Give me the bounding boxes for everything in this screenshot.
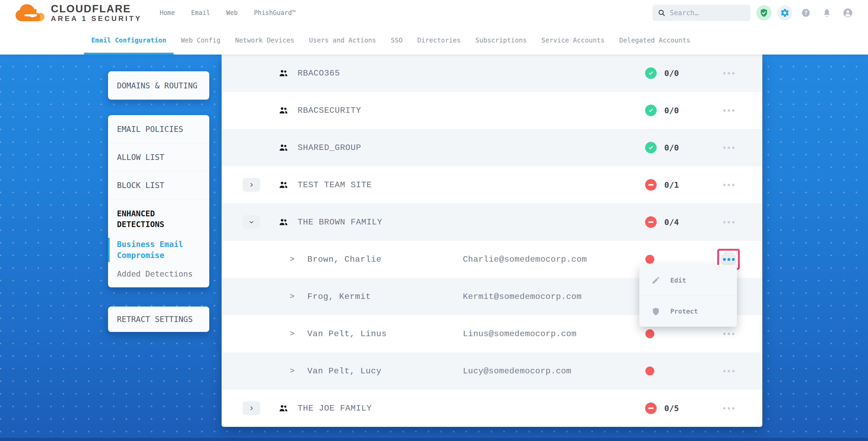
- domains-routing-label: DOMAINS & ROUTING: [117, 81, 197, 90]
- enhanced-detections-label[interactable]: ENHANCED DETECTIONS: [117, 208, 200, 230]
- brand-subtitle: AREA 1 SECURITY: [51, 15, 142, 22]
- table-row-user[interactable]: > Van Pelt, Lucy Lucy@somedemocorp.com: [222, 352, 762, 389]
- protection-count: 0/5: [664, 404, 679, 413]
- group-icon: [278, 180, 288, 190]
- tab-delegated-accounts[interactable]: Delegated Accounts: [612, 26, 698, 55]
- menu-item-edit[interactable]: Edit: [639, 265, 737, 296]
- tab-users-and-actions[interactable]: Users and Actions: [302, 26, 383, 55]
- row-actions-button[interactable]: [717, 139, 741, 156]
- user-email: Charlie@somedemocorp.com: [463, 255, 587, 264]
- tab-web-config[interactable]: Web Config: [174, 26, 228, 55]
- protection-count: 0/0: [664, 68, 679, 78]
- sidebar-item-block-list[interactable]: BLOCK LIST: [108, 171, 209, 199]
- search-box[interactable]: [652, 5, 750, 21]
- svg-text:?: ?: [804, 10, 808, 16]
- status-flagged-dot: [645, 367, 654, 375]
- tab-subscriptions[interactable]: Subscriptions: [468, 26, 534, 55]
- row-actions-button[interactable]: [717, 400, 741, 416]
- tab-service-accounts[interactable]: Service Accounts: [534, 26, 612, 55]
- user-caret[interactable]: >: [290, 255, 294, 264]
- top-nav-email[interactable]: Email: [191, 9, 210, 17]
- status-ok-badge: [645, 142, 657, 153]
- logo-text: CLOUDFLARE AREA 1 SECURITY: [51, 3, 142, 22]
- table-row[interactable]: RBACO365 0/0: [222, 55, 762, 92]
- top-nav-home[interactable]: Home: [160, 9, 175, 17]
- group-name: THE JOE FAMILY: [298, 404, 372, 413]
- row-actions-button[interactable]: [717, 102, 741, 119]
- top-nav-phishguard[interactable]: PhishGuard™: [254, 9, 296, 17]
- collapse-row-button[interactable]: [243, 215, 260, 229]
- top-nav: Home Email Web PhishGuard™: [160, 9, 296, 17]
- row-actions-button[interactable]: [717, 363, 741, 379]
- pencil-icon: [651, 276, 660, 285]
- protection-count: 0/1: [664, 180, 679, 190]
- menu-item-protect[interactable]: Protect: [639, 296, 737, 327]
- sidebar-item-added-detections[interactable]: Added Detections: [117, 269, 200, 278]
- sidebar-email-policies-card: EMAIL POLICIES ALLOW LIST BLOCK LIST ENH…: [108, 115, 209, 287]
- content-background: DOMAINS & ROUTING EMAIL POLICIES ALLOW L…: [0, 55, 868, 441]
- table-row[interactable]: RBACSECURITY 0/0: [222, 92, 762, 129]
- protection-count: 0/4: [664, 217, 679, 227]
- retract-settings-label: RETRACT SETTINGS: [117, 315, 193, 324]
- row-actions-button[interactable]: [717, 214, 741, 230]
- sidebar-item-email-policies[interactable]: EMAIL POLICIES: [108, 115, 209, 143]
- top-nav-web[interactable]: Web: [226, 9, 238, 17]
- protection-count: 0/0: [664, 143, 679, 152]
- group-icon: [278, 143, 288, 153]
- bell-icon[interactable]: [819, 5, 834, 21]
- group-icon: [278, 105, 288, 115]
- status-flagged-dot: [645, 329, 654, 338]
- sidebar-item-allow-list[interactable]: ALLOW LIST: [108, 143, 209, 171]
- group-name: SHARED_GROUP: [298, 143, 361, 153]
- status-flagged-dot: [645, 255, 654, 264]
- cloudflare-cloud-icon: [15, 3, 46, 22]
- group-name: RBACSECURITY: [298, 106, 361, 115]
- row-actions-button[interactable]: [717, 65, 741, 81]
- group-name: RBACO365: [298, 68, 340, 78]
- user-name: Van Pelt, Linus: [307, 329, 387, 339]
- table-row[interactable]: SHARED_GROUP 0/0: [222, 129, 762, 166]
- user-email: Linus@somedemocorp.com: [463, 329, 577, 339]
- shield-check-icon[interactable]: [756, 5, 772, 21]
- group-name: THE BROWN FAMILY: [298, 217, 382, 227]
- status-blocked-badge: [645, 179, 657, 191]
- row-actions-button[interactable]: [717, 326, 741, 342]
- top-header: CLOUDFLARE AREA 1 SECURITY Home Email We…: [0, 0, 868, 26]
- tab-email-configuration[interactable]: Email Configuration: [84, 26, 174, 55]
- table-row[interactable]: THE JOE FAMILY 0/5: [222, 389, 762, 427]
- expand-row-button[interactable]: [243, 401, 260, 415]
- user-caret[interactable]: >: [290, 292, 294, 301]
- brand-title: CLOUDFLARE: [51, 3, 142, 14]
- table-row[interactable]: TEST TEAM SITE 0/1: [222, 166, 762, 203]
- row-context-menu: Edit Protect: [639, 265, 737, 327]
- sidebar-item-business-email-compromise[interactable]: Business Email Compromise: [108, 238, 200, 262]
- app-window: CLOUDFLARE AREA 1 SECURITY Home Email We…: [0, 0, 868, 441]
- gear-icon[interactable]: [777, 5, 793, 21]
- user-email: Lucy@somedemocorp.com: [463, 366, 571, 376]
- cloudflare-logo[interactable]: CLOUDFLARE AREA 1 SECURITY: [15, 3, 142, 22]
- status-ok-badge: [645, 105, 657, 116]
- protection-count: 0/0: [664, 106, 679, 115]
- search-input[interactable]: [670, 9, 745, 17]
- tab-sso[interactable]: SSO: [383, 26, 410, 55]
- section-tabs: Email Configuration Web Config Network D…: [0, 26, 868, 55]
- help-icon[interactable]: ?: [798, 5, 813, 21]
- tab-directories[interactable]: Directories: [410, 26, 468, 55]
- expand-row-button[interactable]: [243, 178, 260, 192]
- status-blocked-badge: [645, 216, 657, 228]
- user-name: Van Pelt, Lucy: [307, 366, 381, 376]
- groups-table: RBACO365 0/0 RBACSECURITY 0/0: [222, 55, 762, 427]
- tab-network-devices[interactable]: Network Devices: [228, 26, 302, 55]
- status-blocked-badge: [645, 403, 657, 414]
- row-actions-button[interactable]: [717, 177, 741, 193]
- avatar-icon[interactable]: [840, 5, 856, 21]
- user-caret[interactable]: >: [290, 367, 294, 375]
- sidebar-item-retract-settings[interactable]: RETRACT SETTINGS: [108, 307, 209, 332]
- status-ok-badge: [645, 67, 657, 79]
- chevron-down-icon: [248, 219, 255, 225]
- user-caret[interactable]: >: [290, 329, 294, 338]
- sidebar-item-domains-routing[interactable]: DOMAINS & ROUTING: [108, 71, 209, 100]
- user-name: Brown, Charlie: [307, 255, 381, 264]
- sidebar-section-enhanced-detections: ENHANCED DETECTIONS Business Email Compr…: [108, 199, 209, 278]
- table-row[interactable]: THE BROWN FAMILY 0/4: [222, 203, 762, 241]
